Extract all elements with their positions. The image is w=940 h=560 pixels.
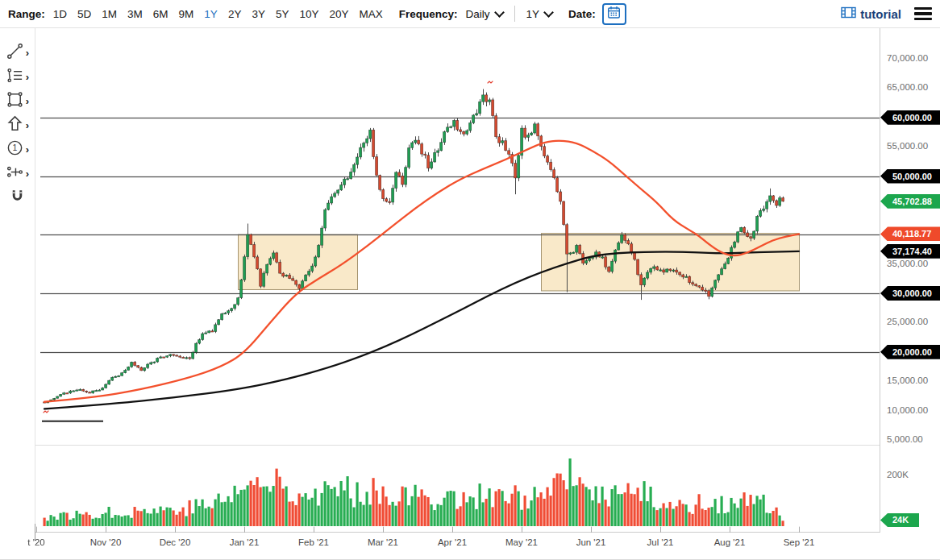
month-label: Jun '21 — [567, 537, 615, 547]
range-option-1m[interactable]: 1M — [102, 8, 117, 20]
range-option-1d[interactable]: 1D — [53, 8, 67, 20]
range-label: Range: — [8, 8, 45, 20]
date-label: Date: — [568, 8, 596, 20]
top-toolbar: Range: 1D5D1M3M6M9M1Y2Y3Y5Y10Y20YMAX Fre… — [0, 0, 940, 28]
tutorial-link[interactable]: tutorial — [841, 6, 901, 21]
price-tick-label: 10,000.00 — [887, 405, 928, 415]
price-tick-label: 25,000.00 — [887, 317, 928, 326]
range-option-20y[interactable]: 20Y — [329, 8, 348, 20]
annotation-number-tool[interactable]: 1› — [0, 137, 35, 161]
volume-axis-tick: 200K — [887, 470, 909, 479]
tool-expand-chevron: › — [26, 96, 29, 106]
magnet-tool-icon — [8, 187, 27, 209]
range-option-9m[interactable]: 9M — [179, 8, 194, 20]
month-label: May '21 — [497, 537, 546, 547]
tool-expand-chevron: › — [26, 168, 29, 179]
drawing-tools-sidebar: ››››1›› — [0, 40, 35, 209]
price-tick-label: 35,000.00 — [887, 259, 928, 268]
price-badge: 20,000.00 — [880, 345, 940, 359]
menu-button[interactable] — [914, 7, 932, 20]
film-icon — [841, 6, 856, 21]
toolbar-divider — [514, 6, 515, 22]
tool-expand-chevron: › — [26, 120, 29, 131]
tool-expand-chevron: › — [26, 48, 29, 58]
chevron-down-icon — [543, 7, 554, 18]
month-label: Mar '21 — [359, 537, 407, 547]
price-tick-label: 15,000.00 — [887, 375, 928, 385]
range-option-5y[interactable]: 5Y — [276, 8, 289, 20]
frequency-dropdown[interactable]: Daily — [466, 8, 503, 20]
period-dropdown[interactable]: 1Y — [526, 8, 553, 20]
tool-expand-chevron: › — [26, 72, 29, 82]
range-option-3y[interactable]: 3Y — [252, 8, 265, 20]
month-label: Nov '20 — [81, 537, 130, 547]
tool-expand-chevron: › — [26, 144, 29, 155]
period-value: 1Y — [526, 8, 540, 20]
month-label: Jul '21 — [636, 537, 684, 547]
brand-label: tutorial — [860, 7, 901, 21]
price-badge: 37,174.40 — [880, 244, 940, 259]
shape-tool[interactable]: › — [0, 89, 35, 113]
price-tick-label: 70,000.00 — [887, 53, 928, 63]
price-tick-label: 55,000.00 — [887, 141, 928, 151]
range-option-10y[interactable]: 10Y — [299, 8, 318, 20]
annotation-number-tool-icon: 1 — [6, 139, 24, 160]
range-option-max[interactable]: MAX — [359, 8, 382, 20]
price-badge: 45,702.88 — [880, 194, 940, 209]
fibonacci-tool-icon — [6, 66, 24, 88]
magnet-tool[interactable] — [0, 185, 35, 209]
range-option-1y[interactable]: 1Y — [204, 8, 218, 20]
month-label: t '20 — [12, 537, 60, 547]
frequency-label: Frequency: — [399, 8, 458, 20]
frequency-value: Daily — [466, 8, 490, 20]
range-option-5d[interactable]: 5D — [77, 8, 91, 20]
svg-text:1: 1 — [12, 143, 17, 152]
month-label: Dec '20 — [151, 537, 199, 547]
price-badge: 50,000.00 — [880, 169, 940, 184]
price-badge: 40,118.77 — [880, 226, 940, 241]
range-option-6m[interactable]: 6M — [153, 8, 168, 20]
volume-last-badge: 24K — [880, 513, 919, 527]
trend-line-tool-icon — [6, 42, 24, 64]
date-picker-button[interactable] — [602, 3, 626, 25]
chart-canvas[interactable] — [35, 28, 880, 533]
price-tick-label: 65,000.00 — [887, 82, 928, 92]
calendar-icon — [607, 6, 621, 22]
arrow-tool[interactable]: › — [0, 113, 35, 137]
month-label: Feb '21 — [289, 537, 338, 547]
range-option-3m[interactable]: 3M — [127, 8, 143, 20]
price-tick-label: 5,000.00 — [887, 434, 923, 444]
range-options: 1D5D1M3M6M9M1Y2Y3Y5Y10Y20YMAX — [53, 8, 383, 20]
fibonacci-tool[interactable]: › — [0, 64, 35, 89]
month-label: Aug '21 — [705, 537, 754, 547]
measure-levels-tool[interactable]: › — [0, 161, 35, 185]
month-label: Apr '21 — [428, 537, 476, 547]
arrow-tool-icon — [6, 114, 24, 136]
chevron-down-icon — [494, 7, 505, 18]
month-label: Jan '21 — [220, 537, 268, 547]
range-option-2y[interactable]: 2Y — [228, 8, 242, 20]
price-badge: 60,000.00 — [880, 110, 940, 125]
shape-tool-icon — [6, 90, 24, 112]
charting-app: Range: 1D5D1M3M6M9M1Y2Y3Y5Y10Y20YMAX Fre… — [0, 0, 940, 560]
trend-line-tool[interactable]: › — [0, 40, 35, 64]
price-badge: 30,000.00 — [880, 286, 940, 301]
month-label: Sep '21 — [775, 537, 823, 547]
measure-levels-tool-icon — [6, 163, 24, 185]
